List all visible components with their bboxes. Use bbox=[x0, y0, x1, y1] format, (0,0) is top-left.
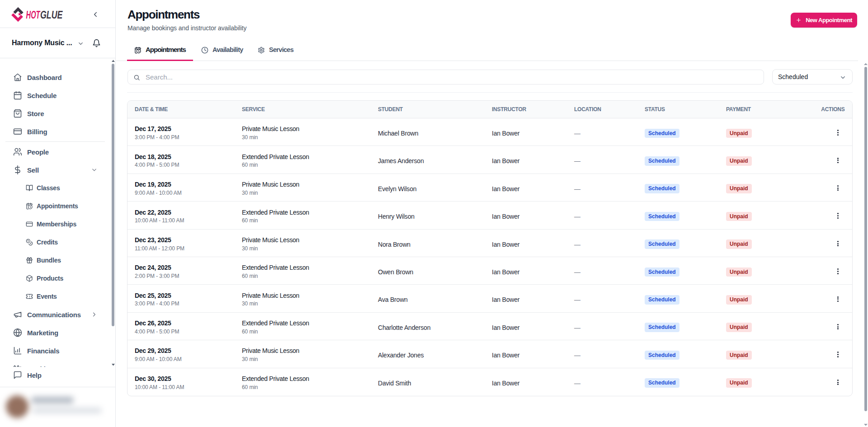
svg-text:GLUE: GLUE bbox=[40, 9, 63, 21]
svg-text:HOT: HOT bbox=[26, 9, 41, 21]
